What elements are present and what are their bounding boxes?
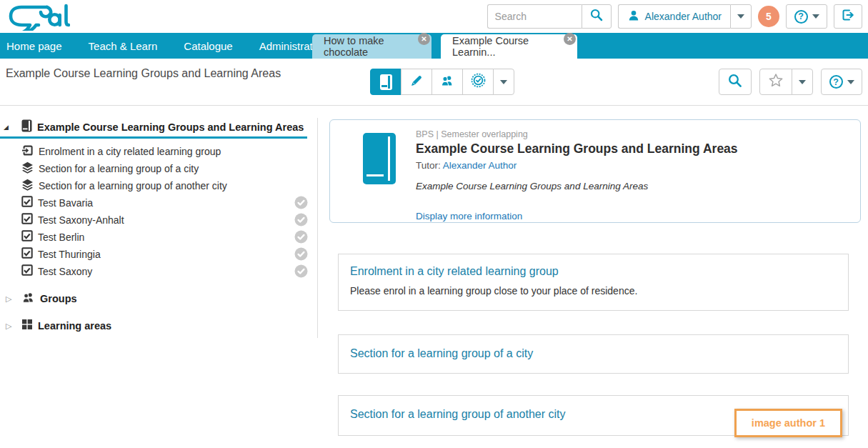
nav-item-home[interactable]: Home page — [6, 40, 62, 52]
course-info-card: BPS | Semester overlapping Example Cours… — [329, 119, 861, 223]
sign-in-icon — [21, 144, 34, 159]
tree-root-course[interactable]: ◢ Example Course Learning Groups and Lea… — [0, 119, 318, 136]
pencil-icon — [409, 74, 424, 91]
course-description: Example Course Learning Groups and Learn… — [416, 181, 738, 191]
section-city-box: Section for a learning group of a city — [338, 334, 849, 374]
user-menu-caret-button[interactable] — [730, 4, 752, 29]
nav-item-teach-learn[interactable]: Teach & Learn — [89, 40, 158, 52]
tab-how-to-make-chocolate[interactable]: How to make chocolate ✕ — [312, 34, 431, 59]
tree-item-label: Test Saxony-Anhalt — [38, 214, 124, 226]
book-icon — [380, 74, 392, 90]
main-panel: BPS | Semester overlapping Example Cours… — [329, 106, 861, 436]
search-icon — [727, 73, 743, 91]
tree-item-label: Test Saxony — [38, 266, 92, 277]
tree-section-groups[interactable]: ▷ Groups — [0, 290, 318, 307]
tab-example-course[interactable]: Example Course Learnin... ✕ — [441, 34, 577, 59]
tree-item-label: Test Thuringia — [38, 249, 101, 260]
tree-section-label: Learning areas — [38, 320, 111, 332]
course-element-list: Enrolment in a city related learning gro… — [338, 254, 849, 436]
tutor-label: Tutor: — [416, 160, 441, 171]
course-run-button[interactable] — [370, 69, 401, 95]
section-another-city-box: Section for a learning group of another … — [338, 395, 849, 436]
content-area: ◢ Example Course Learning Groups and Lea… — [0, 106, 868, 448]
search-button[interactable] — [582, 4, 612, 29]
main-navbar: Home page Teach & Learn Catalogue Admini… — [0, 33, 868, 59]
tutor-link[interactable]: Alexander Author — [443, 160, 517, 171]
chevron-down-icon — [500, 80, 507, 84]
status-done-icon — [294, 247, 308, 264]
favorite-group — [759, 69, 813, 95]
assessment-button[interactable] — [462, 69, 494, 95]
course-tree: ◢ Example Course Learning Groups and Lea… — [0, 119, 318, 334]
nav-links: Home page Teach & Learn Catalogue Admini… — [0, 33, 868, 59]
tree-item-label: Section for a learning group of another … — [39, 180, 227, 191]
groups-icon — [21, 292, 35, 307]
close-tab-icon[interactable]: ✕ — [564, 33, 576, 45]
favorite-star-button[interactable] — [759, 69, 792, 95]
enrolment-box-body: Please enrol in a learning group close t… — [350, 285, 837, 297]
opal-app: Alexander Author 5 ? Home page — [0, 0, 868, 448]
nav-item-catalogue[interactable]: Catalogue — [184, 40, 232, 52]
checkbox-checked-icon — [21, 264, 33, 279]
status-done-icon — [294, 213, 308, 229]
tree-section-learning-areas[interactable]: ▷ Learning areas — [0, 317, 318, 334]
header-controls: Alexander Author 5 ? — [487, 4, 862, 29]
book-icon — [363, 133, 396, 184]
enrolment-box: Enrolment in a city related learning gro… — [338, 254, 849, 311]
logout-button[interactable] — [834, 4, 862, 29]
enrolment-box-title[interactable]: Enrolment in a city related learning gro… — [350, 265, 837, 278]
tree-expander-closed-icon[interactable]: ▷ — [6, 322, 15, 331]
display-more-link[interactable]: Display more information — [416, 211, 522, 221]
tree-item-test-thuringia[interactable]: Test Thuringia — [0, 246, 318, 263]
course-view-toolbar — [370, 69, 514, 95]
section-city-box-title[interactable]: Section for a learning group of a city — [350, 347, 837, 360]
course-right-toolbar: ? — [719, 69, 862, 95]
tree-item-label: Test Bavaria — [38, 197, 93, 209]
layers-icon — [21, 161, 34, 176]
status-done-icon — [294, 196, 308, 212]
course-meta: BPS | Semester overlapping — [416, 129, 738, 139]
people-icon — [440, 74, 454, 90]
course-search-button[interactable] — [719, 69, 752, 95]
user-menu-button[interactable]: Alexander Author — [618, 4, 730, 29]
tree-expander-closed-icon[interactable]: ▷ — [6, 294, 15, 304]
user-name-label: Alexander Author — [645, 11, 722, 22]
chevron-down-icon — [799, 80, 806, 84]
tree-item-test-berlin[interactable]: Test Berlin — [0, 229, 318, 246]
course-tools-caret-button[interactable] — [493, 69, 514, 95]
tree-item-label: Section for a learning group of a city — [39, 163, 199, 174]
edit-course-button[interactable] — [401, 69, 432, 95]
header-help-button[interactable]: ? — [786, 4, 827, 29]
top-header: Alexander Author 5 ? — [0, 0, 868, 33]
tree-item-test-bavaria[interactable]: Test Bavaria — [0, 194, 318, 211]
tree-item-test-saxony-anhalt[interactable]: Test Saxony-Anhalt — [0, 211, 318, 229]
search-input[interactable] — [487, 4, 582, 29]
notification-badge[interactable]: 5 — [758, 6, 779, 27]
members-button[interactable] — [431, 69, 463, 95]
grid-icon — [21, 319, 33, 333]
tree-section-label: Groups — [40, 293, 77, 304]
checkbox-checked-icon — [21, 213, 33, 227]
header-search-group — [487, 4, 612, 29]
course-info-text: BPS | Semester overlapping Example Cours… — [416, 129, 738, 213]
close-tab-icon[interactable]: ✕ — [418, 33, 430, 45]
tree-item-section-city[interactable]: Section for a learning group of a city — [0, 160, 318, 177]
tree-item-label: Test Berlin — [38, 232, 84, 243]
tree-item-test-saxony[interactable]: Test Saxony — [0, 263, 318, 280]
tree-item-enrolment[interactable]: Enrolment in a city related learning gro… — [0, 143, 318, 160]
tree-item-section-another-city[interactable]: Section for a learning group of another … — [0, 177, 318, 194]
checkbox-checked-icon — [21, 230, 33, 244]
checkbox-checked-icon — [21, 247, 33, 262]
user-icon — [627, 9, 640, 24]
tree-root-label: Example Course Learning Groups and Learn… — [37, 121, 304, 133]
course-help-button[interactable]: ? — [821, 69, 862, 95]
help-icon: ? — [829, 75, 843, 89]
search-icon — [589, 8, 604, 25]
tree-expander-open-icon[interactable]: ◢ — [4, 124, 13, 131]
notification-count: 5 — [766, 11, 772, 22]
course-titlebar: Example Course Learning Groups and Learn… — [0, 59, 868, 106]
opal-logo[interactable] — [7, 2, 70, 34]
chevron-down-icon — [847, 80, 854, 84]
favorite-caret-button[interactable] — [792, 69, 813, 95]
status-done-icon — [294, 230, 308, 247]
